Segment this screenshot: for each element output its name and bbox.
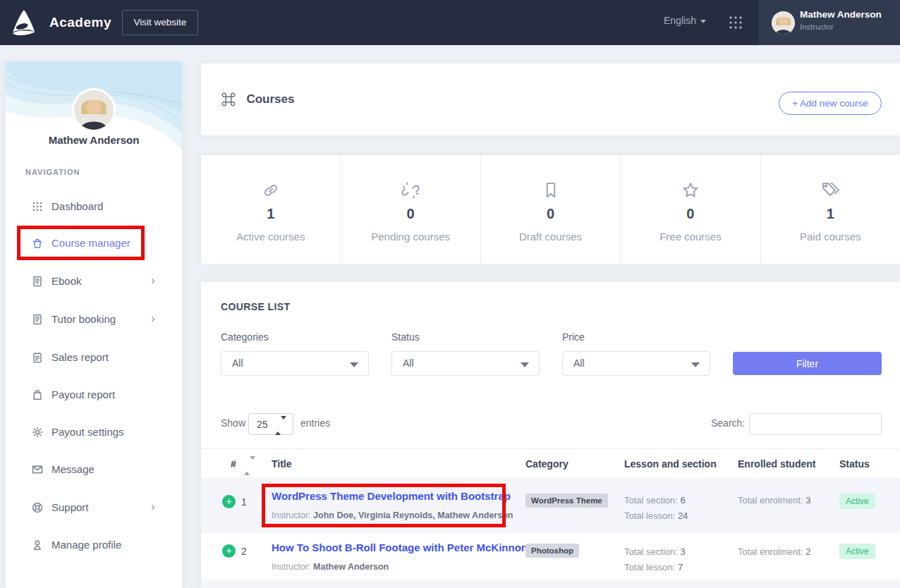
courses-header-card: Courses + Add new course [201,63,900,135]
course-stats-card: 1 Active courses 0 Pending courses 0 Dra… [201,155,900,264]
link-icon [261,180,281,200]
page-size-select[interactable]: 25 [248,413,293,435]
course-instructors: Instructor: John Doe, Virginia Reynolds,… [272,510,513,520]
top-navbar: Academy Visit website English Mathew And… [0,0,900,45]
total-enrolment: Total enrolment: 3 [738,495,810,506]
col-index[interactable]: # [231,458,236,470]
entries-label: entries [300,417,330,429]
stat-label: Pending courses [341,231,480,243]
person-icon [31,539,44,551]
bag-icon [31,388,44,401]
status-select[interactable]: All [391,351,540,376]
sidebar-item-support[interactable]: Support › [6,498,182,519]
stat-free-courses: 0 Free courses [621,155,760,264]
tags-icon [820,180,840,200]
clipboard-icon [31,351,44,364]
caret-down-icon [350,362,358,367]
brand-title: Academy [49,0,111,45]
total-enrolment: Total enrolment: 2 [738,546,810,557]
book-icon [31,275,44,288]
book-icon [31,313,44,326]
sidebar-item-payout-report[interactable]: Payout report [6,385,182,406]
sidebar-item-manage-profile[interactable]: Manage profile [6,535,182,556]
chevron-right-icon: › [151,312,155,326]
stat-value: 1 [761,206,900,222]
caret-down-icon [691,362,700,367]
sidebar-item-sales-report[interactable]: Sales report [6,348,182,369]
profile-name: Mathew Anderson [6,134,182,146]
total-lesson: Total lesson: 24 [624,510,688,521]
dashboard-grid-icon [31,200,44,213]
user-name: Mathew Anderson [800,9,882,20]
sidebar-item-course-manager[interactable]: Course manager [6,233,182,255]
lifebuoy-icon [31,501,44,514]
table-header-row: # Title Category Lesson and section Enro… [201,448,900,478]
profile-avatar [74,90,114,130]
course-list-card: COURSE LIST Categories Status Price All … [201,282,900,588]
stat-pending-courses: 0 Pending courses [341,155,480,264]
price-filter-label: Price [562,331,585,343]
price-select[interactable]: All [562,351,710,376]
col-lesson-section[interactable]: Lesson and section [624,458,717,470]
col-enrolled[interactable]: Enrolled student [738,458,815,470]
course-list-title: COURSE LIST [221,301,291,312]
row-index: 2 [241,546,247,557]
gear-icon [31,426,44,439]
search-label: Search: [711,417,745,429]
status-filter-label: Status [391,331,420,343]
chevron-right-icon: › [151,500,155,514]
stat-label: Paid courses [761,231,900,243]
sidebar: Mathew Anderson NAVIGATION Dashboard Cou… [6,62,182,588]
sidebar-item-ebook[interactable]: Ebook › [6,271,182,293]
categories-filter-label: Categories [221,331,269,343]
star-icon [681,180,700,200]
table-row: + 1 WordPress Theme Development with Boo… [201,478,900,533]
total-section: Total section: 3 [624,546,686,557]
col-title[interactable]: Title [272,458,292,470]
expand-row-button[interactable]: + [222,495,236,508]
navigation-section-label: NAVIGATION [25,168,80,176]
sort-icon[interactable] [244,460,255,472]
status-badge: Active [839,544,875,559]
stat-label: Free courses [621,231,760,243]
show-label: Show [221,417,245,429]
chevron-down-icon [700,20,706,23]
sidebar-item-dashboard[interactable]: Dashboard [6,197,182,218]
sort-updown-icon [275,419,286,432]
command-icon [221,92,236,107]
table-row: + 2 How To Shoot B-Roll Footage with Pet… [201,533,900,580]
visit-website-button[interactable]: Visit website [122,10,198,35]
user-menu[interactable]: Mathew Anderson Instructor [759,0,900,45]
sidebar-item-tutor-booking[interactable]: Tutor booking › [6,310,182,331]
envelope-icon [31,463,44,476]
filter-button[interactable]: Filter [733,352,882,375]
language-dropdown[interactable]: English [664,15,706,26]
course-title-link[interactable]: WordPress Theme Development with Bootstr… [272,490,511,502]
expand-row-button[interactable]: + [222,544,236,558]
stat-value: 0 [341,206,480,222]
search-input[interactable] [749,413,882,435]
col-category[interactable]: Category [525,458,568,470]
stat-draft-courses: 0 Draft courses [481,155,621,264]
apps-grid-icon[interactable] [729,16,743,30]
col-status[interactable]: Status [839,458,870,470]
user-role: Instructor [800,23,834,31]
stat-value: 0 [481,206,620,222]
add-new-course-button[interactable]: + Add new course [779,92,882,115]
table-row-partial [201,580,900,588]
academy-logo-icon [8,7,39,38]
basket-icon [31,237,44,250]
bookmark-icon [541,180,561,200]
page-title: Courses [246,92,294,106]
sidebar-item-message[interactable]: Message [6,460,182,481]
unlink-icon [401,180,420,200]
sidebar-item-payout-settings[interactable]: Payout settings [6,422,182,443]
categories-select[interactable]: All [221,351,369,376]
course-instructors: Instructor: Mathew Anderson [272,562,389,572]
status-badge: Active [839,494,875,509]
avatar [772,11,795,35]
stat-value: 0 [621,206,760,222]
caret-down-icon [521,362,529,367]
stat-active-courses: 1 Active courses [201,155,341,264]
course-title-link[interactable]: How To Shoot B-Roll Footage with Peter M… [272,541,528,553]
